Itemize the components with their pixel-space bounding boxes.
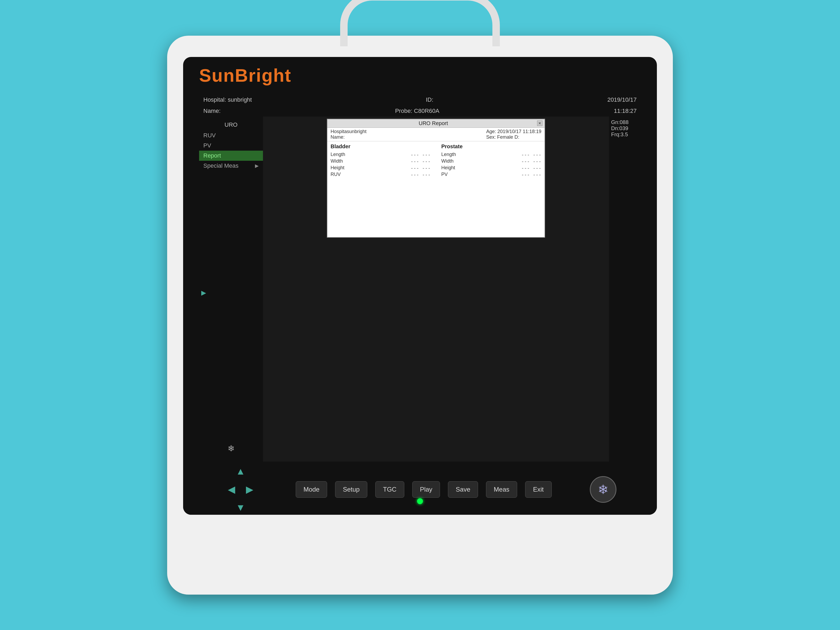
depth-value: Dn:039	[611, 125, 628, 131]
prostate-pv-row: PV --- ---	[441, 171, 542, 178]
probe-info: Probe: C80R60A	[395, 107, 439, 114]
report-info: Hospitasunbright Name: Age: 2019/10/17 1…	[327, 128, 545, 141]
age-report: Age: 2019/10/17 11:18:19	[486, 129, 542, 134]
prostate-length-row: Length --- ---	[441, 151, 542, 158]
brand-name: SunBright	[199, 65, 291, 86]
screen-area: SunBright Hospital: sunbright ID: 2019/1…	[183, 57, 657, 515]
mode-button[interactable]: Mode	[296, 481, 327, 498]
bladder-length-row: Length --- ---	[331, 151, 431, 158]
sidebar-title: URO	[199, 119, 263, 130]
bladder-width-row: Width --- ---	[331, 158, 431, 164]
name-label: Name:	[203, 107, 221, 114]
snowflake-icon: ❄	[598, 482, 608, 497]
gain-value: Gn:088	[611, 119, 628, 125]
tgc-button[interactable]: TGC	[375, 481, 404, 498]
sidebar-item-ruv[interactable]: RUV	[199, 130, 263, 141]
chevron-right-icon: ▶	[255, 163, 259, 169]
bladder-header: Bladder	[331, 144, 431, 150]
prostate-width-row: Width --- ---	[441, 158, 542, 164]
device-handle	[340, 0, 500, 46]
right-panel: Gn:088 Dn:039 Frq:3.5	[609, 117, 641, 461]
nav-up-button[interactable]: ▲	[233, 463, 249, 479]
prostate-header: Prostate	[441, 144, 542, 150]
freq-value: Frq:3.5	[611, 131, 628, 137]
report-info-middle: Age: 2019/10/17 11:18:19 Sex: Female D:	[486, 129, 542, 140]
id-info: ID:	[426, 96, 433, 103]
setup-button[interactable]: Setup	[335, 481, 367, 498]
meas-button[interactable]: Meas	[486, 481, 517, 498]
device: SunBright Hospital: sunbright ID: 2019/1…	[167, 36, 673, 595]
screen-header-2: Name: Probe: C80R60A 11:18:27	[199, 106, 641, 117]
nav-row-top: ▲	[233, 463, 249, 479]
sidebar: URO RUV PV Report Special Meas ▶ ▶	[199, 117, 263, 461]
nav-arrow-icon: ▶	[201, 289, 206, 297]
screen-main: URO RUV PV Report Special Meas ▶ ▶	[199, 117, 641, 461]
exit-button[interactable]: Exit	[525, 481, 552, 498]
name-report: Name:	[331, 134, 366, 140]
nav-cluster: ▲ ◀ ▶ ▼	[224, 463, 257, 515]
screen-content: Hospital: sunbright ID: 2019/10/17 Name:…	[199, 94, 641, 461]
prostate-height-row: Height --- ---	[441, 164, 542, 171]
hospital-info: Hospital: sunbright	[203, 96, 252, 103]
bladder-height-row: Height --- ---	[331, 164, 431, 171]
nav-row-bottom: ▼	[233, 500, 249, 515]
function-buttons: Mode Setup TGC Play Save Meas Exit	[296, 481, 552, 498]
report-title: URO Report	[330, 120, 537, 126]
sex-report: Sex: Female D:	[486, 134, 542, 140]
screen-header: Hospital: sunbright ID: 2019/10/17	[199, 94, 641, 106]
nav-row-middle: ◀ ▶	[224, 482, 257, 497]
uro-report-dialog: URO Report ✕ Hospitasunbright Name: Age:	[327, 119, 545, 238]
bladder-column: Bladder Length --- --- Width --- ---	[331, 144, 431, 178]
led-indicator	[417, 498, 423, 504]
save-button[interactable]: Save	[448, 481, 478, 498]
report-info-left: Hospitasunbright Name:	[331, 129, 366, 140]
time-display: 11:18:27	[614, 107, 637, 114]
nav-left-button[interactable]: ◀	[224, 482, 240, 497]
bladder-ruv-row: RUV --- ---	[331, 171, 431, 178]
freeze-button[interactable]: ❄	[590, 476, 616, 503]
report-body: Bladder Length --- --- Width --- ---	[327, 141, 545, 237]
sidebar-item-report[interactable]: Report	[199, 151, 263, 161]
report-columns: Bladder Length --- --- Width --- ---	[331, 144, 542, 178]
nav-right-button[interactable]: ▶	[242, 482, 257, 497]
sidebar-snowflake-icon: ❄	[227, 444, 235, 453]
sidebar-item-pv[interactable]: PV	[199, 141, 263, 151]
play-button[interactable]: Play	[412, 481, 440, 498]
sidebar-item-special-meas[interactable]: Special Meas ▶	[199, 161, 263, 171]
close-button[interactable]: ✕	[537, 121, 542, 126]
main-display: URO Report ✕ Hospitasunbright Name: Age:	[263, 117, 609, 461]
bottom-bar: ▲ ◀ ▶ ▼ Mode Setup TGC Play Save Meas Ex…	[183, 464, 657, 515]
report-titlebar: URO Report ✕	[327, 119, 545, 128]
prostate-column: Prostate Length --- --- Width --- ---	[441, 144, 542, 178]
nav-down-button[interactable]: ▼	[233, 500, 249, 515]
hospital-report: Hospitasunbright	[331, 129, 366, 134]
date-display: 2019/10/17	[607, 96, 637, 103]
